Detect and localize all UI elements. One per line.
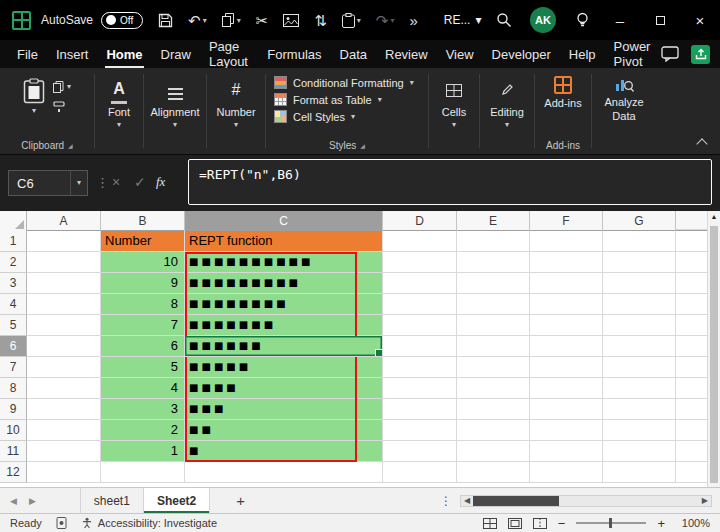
- copy-button[interactable]: ▾: [222, 13, 241, 27]
- cell-G3[interactable]: [603, 273, 676, 294]
- cell-C7[interactable]: ■■■■■: [185, 357, 383, 378]
- tab-data[interactable]: Data: [331, 40, 376, 68]
- cell-G6[interactable]: [603, 336, 676, 357]
- cell-F8[interactable]: [530, 378, 603, 399]
- comments-icon[interactable]: [661, 46, 679, 62]
- row-header-2[interactable]: 2: [0, 252, 27, 273]
- sort-button[interactable]: ⇅: [314, 13, 327, 28]
- cell-A3[interactable]: [27, 273, 101, 294]
- row-header-6[interactable]: 6: [0, 336, 27, 357]
- column-header-f[interactable]: F: [530, 211, 603, 231]
- row-header-4[interactable]: 4: [0, 294, 27, 315]
- cell-A12[interactable]: [27, 462, 101, 483]
- cell-C6[interactable]: ■■■■■■: [185, 336, 383, 357]
- cell-D10[interactable]: [383, 420, 457, 441]
- document-menu[interactable]: RE... ▾: [444, 13, 482, 27]
- tab-file[interactable]: File: [8, 40, 47, 68]
- tab-developer[interactable]: Developer: [483, 40, 560, 68]
- qat-overflow-button[interactable]: »: [409, 13, 417, 28]
- cell-B11[interactable]: 1: [101, 441, 185, 462]
- cell-C3[interactable]: ■■■■■■■■■: [185, 273, 383, 294]
- cell-C10[interactable]: ■■: [185, 420, 383, 441]
- tab-formulas[interactable]: Formulas: [258, 40, 330, 68]
- cell-G12[interactable]: [603, 462, 676, 483]
- cell-B12[interactable]: [101, 462, 185, 483]
- dialog-launcher-icon[interactable]: ◢: [68, 142, 73, 149]
- cell-E2[interactable]: [457, 252, 530, 273]
- cell-A10[interactable]: [27, 420, 101, 441]
- cell-D2[interactable]: [383, 252, 457, 273]
- cell-G2[interactable]: [603, 252, 676, 273]
- avatar[interactable]: AK: [530, 7, 556, 33]
- cell-B5[interactable]: 7: [101, 315, 185, 336]
- styles-item-format-as-table[interactable]: Format as Table▾: [274, 93, 414, 106]
- tab-options-icon[interactable]: ⋮: [432, 494, 460, 508]
- cell-E9[interactable]: [457, 399, 530, 420]
- accessibility-status[interactable]: Accessibility: Investigate: [98, 517, 217, 529]
- styles-item-conditional-formatting[interactable]: Conditional Formatting▾: [274, 76, 414, 89]
- cell-G5[interactable]: [603, 315, 676, 336]
- cell-A8[interactable]: [27, 378, 101, 399]
- row-header-8[interactable]: 8: [0, 378, 27, 399]
- tab-power-pivot[interactable]: Power Pivot: [605, 40, 661, 68]
- column-header-a[interactable]: A: [27, 211, 101, 231]
- minimize-button[interactable]: –: [600, 0, 640, 40]
- cut-button[interactable]: ✂: [256, 13, 269, 28]
- picture-button[interactable]: [283, 14, 299, 27]
- paste-button[interactable]: ▾: [23, 78, 45, 115]
- normal-view-icon[interactable]: [483, 518, 497, 529]
- close-button[interactable]: ×: [680, 0, 720, 40]
- autosave-toggle[interactable]: Off: [101, 12, 143, 29]
- formula-input[interactable]: =REPT("n",B6): [188, 159, 712, 205]
- cell-A11[interactable]: [27, 441, 101, 462]
- cell-D11[interactable]: [383, 441, 457, 462]
- cell-F4[interactable]: [530, 294, 603, 315]
- tab-review[interactable]: Review: [376, 40, 437, 68]
- cell-E8[interactable]: [457, 378, 530, 399]
- cell-F7[interactable]: [530, 357, 603, 378]
- editing-group[interactable]: Editing ▾: [480, 68, 534, 154]
- cell-C11[interactable]: ■: [185, 441, 383, 462]
- cell-F6[interactable]: [530, 336, 603, 357]
- cell-B1[interactable]: Number: [101, 231, 185, 252]
- row-header-10[interactable]: 10: [0, 420, 27, 441]
- column-header-d[interactable]: D: [383, 211, 457, 231]
- analyze-data-button[interactable]: AnalyzeData: [604, 76, 643, 124]
- cell-C5[interactable]: ■■■■■■■: [185, 315, 383, 336]
- cell-D5[interactable]: [383, 315, 457, 336]
- row-header-9[interactable]: 9: [0, 399, 27, 420]
- cell-F9[interactable]: [530, 399, 603, 420]
- cell-E3[interactable]: [457, 273, 530, 294]
- sheet-tab-sheet2[interactable]: Sheet2: [144, 488, 210, 513]
- zoom-level[interactable]: 100%: [676, 517, 710, 529]
- next-sheet-icon[interactable]: ▶: [29, 496, 36, 506]
- cell-E10[interactable]: [457, 420, 530, 441]
- row-header-7[interactable]: 7: [0, 357, 27, 378]
- cell-E4[interactable]: [457, 294, 530, 315]
- qat-paste-button[interactable]: ▾: [342, 13, 361, 28]
- cell-C4[interactable]: ■■■■■■■■: [185, 294, 383, 315]
- tab-page-layout[interactable]: Page Layout: [200, 40, 258, 68]
- cell-G10[interactable]: [603, 420, 676, 441]
- cell-F12[interactable]: [530, 462, 603, 483]
- select-all-corner[interactable]: [0, 211, 27, 231]
- cell-A5[interactable]: [27, 315, 101, 336]
- search-icon[interactable]: [486, 12, 522, 28]
- row-header-12[interactable]: 12: [0, 462, 27, 483]
- cell-B7[interactable]: 5: [101, 357, 185, 378]
- prev-sheet-icon[interactable]: ◀: [10, 496, 17, 506]
- share-button[interactable]: [691, 45, 710, 64]
- cell-B10[interactable]: 2: [101, 420, 185, 441]
- name-box[interactable]: C6 ▾: [8, 170, 88, 196]
- cell-A2[interactable]: [27, 252, 101, 273]
- alignment-group[interactable]: Alignment ▾: [144, 68, 206, 154]
- row-header-11[interactable]: 11: [0, 441, 27, 462]
- scroll-right-icon[interactable]: ▶: [699, 496, 711, 505]
- tab-draw[interactable]: Draw: [152, 40, 200, 68]
- cell-B9[interactable]: 3: [101, 399, 185, 420]
- addins-icon[interactable]: [554, 76, 572, 94]
- cell-D1[interactable]: [383, 231, 457, 252]
- redo-button[interactable]: ↷▾: [376, 13, 395, 28]
- cell-D8[interactable]: [383, 378, 457, 399]
- zoom-out-button[interactable]: −: [558, 516, 566, 531]
